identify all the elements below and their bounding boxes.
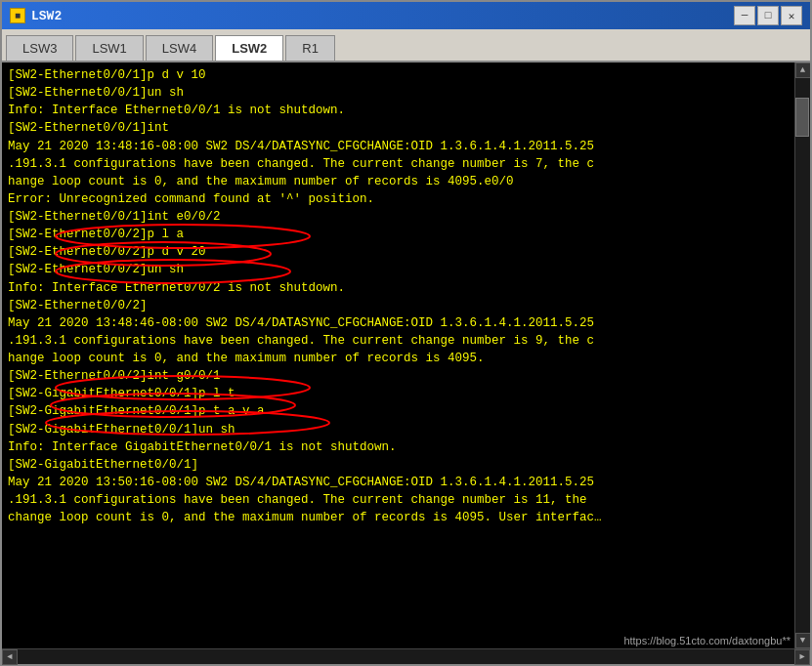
terminal-line: .191.3.1 configurations have been change… xyxy=(8,491,789,509)
terminal-line: [SW2-GigabitEthernet0/0/1]p t a v a xyxy=(8,402,789,420)
tab-r1[interactable]: R1 xyxy=(285,35,335,61)
watermark: https://blog.51cto.com/daxtongbu** xyxy=(623,635,791,646)
terminal-line: [SW2-GigabitEthernet0/0/1] xyxy=(8,456,789,474)
tab-lsw1[interactable]: LSW1 xyxy=(75,35,143,61)
window-title: LSW2 xyxy=(31,9,62,23)
scroll-track-v[interactable] xyxy=(795,78,810,633)
terminal-line: Info: Interface Ethernet0/0/1 is not shu… xyxy=(8,102,789,119)
maximize-button[interactable]: □ xyxy=(757,6,779,25)
terminal-line: [SW2-Ethernet0/0/2]int g0/0/1 xyxy=(8,367,789,385)
terminal-line: [SW2-Ethernet0/0/1]int e0/0/2 xyxy=(8,208,789,226)
tab-bar: LSW3 LSW1 LSW4 LSW2 R1 xyxy=(2,29,810,62)
terminal-line: [SW2-Ethernet0/0/2]p d v 20 xyxy=(8,243,789,261)
scroll-down-arrow[interactable]: ▼ xyxy=(795,633,811,648)
title-bar: ■ LSW2 ─ □ ✕ xyxy=(2,2,810,29)
terminal-line: May 21 2020 13:50:16-08:00 SW2 DS/4/DATA… xyxy=(8,474,789,491)
terminal-line: [SW2-Ethernet0/0/1]p d v 10 xyxy=(8,66,789,84)
terminal-line: hange loop count is 0, and the maximum n… xyxy=(8,173,789,190)
terminal-line: May 21 2020 13:48:46-08:00 SW2 DS/4/DATA… xyxy=(8,314,789,332)
terminal-line: [SW2-Ethernet0/0/2] xyxy=(8,297,789,314)
terminal-line: [SW2-Ethernet0/0/1]un sh xyxy=(8,84,789,102)
terminal-line: Info: Interface GigabitEthernet0/0/1 is … xyxy=(8,438,789,456)
terminal-line: [SW2-GigabitEthernet0/0/1]un sh xyxy=(8,421,789,438)
terminal-line: [SW2-Ethernet0/0/2]p l a xyxy=(8,226,789,243)
title-bar-left: ■ LSW2 xyxy=(10,8,62,23)
terminal-line: [SW2-GigabitEthernet0/0/1]p l t xyxy=(8,385,789,402)
tab-lsw4[interactable]: LSW4 xyxy=(146,35,213,61)
scroll-left-arrow[interactable]: ◄ xyxy=(2,649,18,665)
tab-lsw3[interactable]: LSW3 xyxy=(6,35,73,61)
minimize-button[interactable]: ─ xyxy=(734,6,755,25)
scroll-up-arrow[interactable]: ▲ xyxy=(795,62,811,78)
terminal-line: Info: Interface Ethernet0/0/2 is not shu… xyxy=(8,279,789,297)
window-controls: ─ □ ✕ xyxy=(734,6,802,25)
scroll-right-arrow[interactable]: ► xyxy=(794,649,810,665)
terminal-line: [SW2-Ethernet0/0/2]un sh xyxy=(8,261,789,278)
main-window: ■ LSW2 ─ □ ✕ LSW3 LSW1 LSW4 LSW2 R1 [SW2… xyxy=(0,0,812,666)
terminal-line: Error: Unrecognized command found at '^'… xyxy=(8,190,789,208)
terminal-line: .191.3.1 configurations have been change… xyxy=(8,332,789,350)
scroll-thumb-v[interactable] xyxy=(795,98,809,137)
close-button[interactable]: ✕ xyxy=(781,6,802,25)
tab-lsw2[interactable]: LSW2 xyxy=(215,35,283,61)
vertical-scrollbar[interactable]: ▲ ▼ xyxy=(794,62,810,648)
terminal-line: May 21 2020 13:48:16-08:00 SW2 DS/4/DATA… xyxy=(8,138,789,155)
scroll-track-h[interactable] xyxy=(18,649,794,664)
terminal-wrapper: [SW2-Ethernet0/0/1]p d v 10[SW2-Ethernet… xyxy=(2,62,810,648)
terminal-line: .191.3.1 configurations have been change… xyxy=(8,155,789,173)
terminal-line: hange loop count is 0, and the maximum n… xyxy=(8,350,789,367)
terminal-content[interactable]: [SW2-Ethernet0/0/1]p d v 10[SW2-Ethernet… xyxy=(2,62,794,648)
terminal-line: change loop count is 0, and the maximum … xyxy=(8,509,789,526)
horizontal-scrollbar[interactable]: ◄ ► xyxy=(2,648,810,664)
app-icon: ■ xyxy=(10,8,25,23)
terminal-line: [SW2-Ethernet0/0/1]int xyxy=(8,119,789,137)
